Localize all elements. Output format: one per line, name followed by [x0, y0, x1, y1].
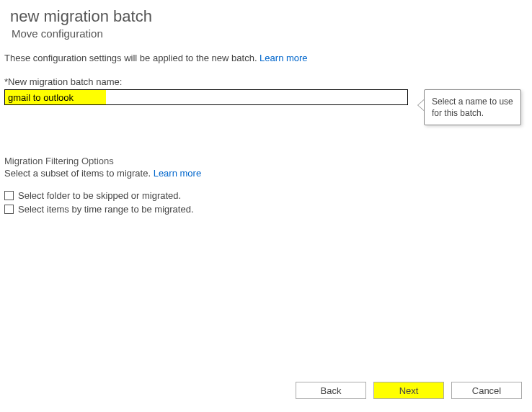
filtering-heading: Migration Filtering Options — [0, 125, 532, 166]
batch-name-row: Select a name to use for this batch. — [0, 89, 532, 125]
filtering-desc-text: Select a subset of items to migrate. — [4, 168, 154, 179]
checkbox-folder[interactable] — [4, 191, 14, 200]
filtering-description: Select a subset of items to migrate. Lea… — [0, 166, 532, 179]
checkbox-row-folder: Select folder to be skipped or migrated. — [0, 179, 532, 201]
back-button[interactable]: Back — [296, 382, 366, 399]
checkbox-folder-label: Select folder to be skipped or migrated. — [18, 190, 181, 201]
intro-text: These configuration settings will be app… — [4, 53, 260, 63]
checkbox-time-label: Select items by time range to be migrate… — [18, 204, 194, 215]
batch-name-input[interactable] — [4, 89, 408, 105]
tooltip-text: Select a name to use for this batch. — [424, 89, 521, 125]
button-bar: Back Next Cancel — [296, 382, 522, 399]
intro-description: These configuration settings will be app… — [0, 50, 532, 63]
tooltip: Select a name to use for this batch. — [424, 89, 521, 125]
checkbox-time[interactable] — [4, 205, 14, 214]
batch-name-label: *New migration batch name: — [0, 63, 532, 89]
next-button[interactable]: Next — [373, 382, 444, 399]
filtering-learn-more-link[interactable]: Learn more — [154, 168, 201, 179]
learn-more-link[interactable]: Learn more — [260, 53, 307, 63]
page-title: new migration batch — [0, 0, 532, 27]
tooltip-pointer-icon — [417, 99, 424, 111]
batch-name-input-container — [4, 89, 408, 105]
checkbox-row-time: Select items by time range to be migrate… — [0, 201, 532, 215]
page-subtitle: Move configuration — [0, 27, 532, 50]
cancel-button[interactable]: Cancel — [451, 382, 522, 399]
